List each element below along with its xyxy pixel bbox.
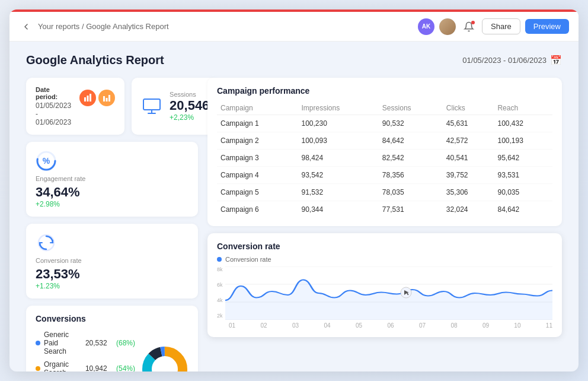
notification-button[interactable] <box>461 18 477 35</box>
table-cell: Campaign 4 <box>217 167 298 184</box>
sessions-change: +2,23% <box>170 113 209 122</box>
table-cell: Campaign 3 <box>217 150 298 167</box>
svg-point-16 <box>153 357 177 372</box>
chart-x-labels: 01 02 03 04 05 06 07 08 09 10 11 <box>217 322 552 329</box>
svg-rect-0 <box>84 97 86 101</box>
svg-text:%: % <box>43 156 50 166</box>
table-row: Campaign 2100,09384,64242,572100,193 <box>217 132 552 150</box>
conv-value: 10,942 <box>85 364 107 372</box>
breadcrumb: Your reports / Google Analytics Report <box>38 22 413 31</box>
table-cell: 82,542 <box>379 150 443 167</box>
conversions-title: Conversions <box>36 314 188 323</box>
conversions-card: Conversions Generic Paid Search 20,532 (… <box>26 306 198 372</box>
conv-pct: (54%) <box>116 364 135 372</box>
header: Your reports / Google Analytics Report A… <box>9 12 579 42</box>
table-cell: 40,541 <box>443 150 494 167</box>
conv-name: Generic Paid Search <box>44 331 82 355</box>
chart-legend: Conversion rate <box>217 256 552 263</box>
donut-chart <box>141 345 188 372</box>
report-header: Google Analytics Report 01/05/2023 - 01/… <box>26 53 562 67</box>
conversion-rate-card: Conversion rate 23,53% +1.23% <box>26 224 198 299</box>
bar-chart-icon-2 <box>98 90 115 106</box>
svg-rect-1 <box>87 96 89 101</box>
refresh-icon <box>36 232 57 253</box>
cursor-indicator <box>399 285 413 300</box>
conv-item: Generic Paid Search 20,532 (68%) <box>36 331 135 355</box>
date-icons <box>79 90 115 106</box>
engagement-change: +2.98% <box>36 200 188 208</box>
conv-dot <box>36 366 40 371</box>
table-cell: Campaign 2 <box>217 132 298 150</box>
date-value: 01/05/2023 - 01/06/2023 <box>36 101 71 126</box>
bar-chart-icon-1 <box>79 90 96 106</box>
table-cell: 100,432 <box>494 115 552 132</box>
back-button[interactable] <box>19 20 33 34</box>
conv-name: Organic Search <box>44 360 82 372</box>
y-label-4k: 4k <box>217 297 223 303</box>
svg-rect-2 <box>90 94 91 101</box>
avatar-ak: AK <box>418 18 434 35</box>
x-label-06: 06 <box>387 322 394 329</box>
table-cell: 93,542 <box>298 167 378 184</box>
date-label: Date period: <box>36 86 71 100</box>
table-cell: 90,532 <box>379 115 443 132</box>
table-cell: 100,193 <box>494 132 552 150</box>
preview-button[interactable]: Preview <box>525 19 569 34</box>
table-row: Campaign 690,34477,53132,02484,642 <box>217 201 552 218</box>
campaign-title: Campaign performance <box>217 86 552 96</box>
table-row: Campaign 398,42482,54240,54195,642 <box>217 150 552 167</box>
x-label-07: 07 <box>419 322 426 329</box>
table-cell: 95,642 <box>494 150 552 167</box>
y-label-8k: 8k <box>217 266 223 272</box>
date-card: Date period: 01/05/2023 - 01/06/2023 <box>26 78 124 135</box>
table-cell: 77,531 <box>379 201 443 218</box>
left-column: Date period: 01/05/2023 - 01/06/2023 <box>26 78 198 372</box>
conv-dot <box>36 341 40 345</box>
table-cell: 78,035 <box>379 184 443 201</box>
conversion-label: Conversion rate <box>36 257 188 264</box>
calendar-icon[interactable]: 📅 <box>550 55 562 66</box>
sessions-card: Sessions 20,546 +2,23% <box>132 78 219 135</box>
table-header-row: CampaignImpressionsSessionsClicksReach <box>217 101 552 115</box>
table-cell: 100,093 <box>298 132 378 150</box>
chart-title: Conversion rate <box>217 242 552 251</box>
main-content: Google Analytics Report 01/05/2023 - 01/… <box>9 42 579 372</box>
x-label-09: 09 <box>482 322 489 329</box>
table-cell: 32,024 <box>443 201 494 218</box>
share-button[interactable]: Share <box>482 18 520 34</box>
x-label-11: 11 <box>546 322 552 329</box>
table-cell: 45,631 <box>443 115 494 132</box>
legend-label: Conversion rate <box>225 256 271 263</box>
x-label-01: 01 <box>229 322 235 329</box>
table-column-header: Reach <box>494 101 552 115</box>
percent-icon: % <box>36 150 57 172</box>
right-column: Campaign performance CampaignImpressions… <box>207 78 562 372</box>
svg-rect-6 <box>143 99 160 110</box>
table-cell: Campaign 1 <box>217 115 298 132</box>
conversions-content: Generic Paid Search 20,532 (68%) Organic… <box>36 331 188 372</box>
svg-rect-5 <box>108 95 110 101</box>
conv-pct: (68%) <box>116 339 135 347</box>
table-column-header: Impressions <box>298 101 378 115</box>
campaign-card: Campaign performance CampaignImpressions… <box>207 78 562 226</box>
engagement-card: % Engagement rate 34,64% +2.98% <box>26 142 198 217</box>
table-cell: 35,306 <box>443 184 494 201</box>
y-label-2k: 2k <box>217 313 223 319</box>
x-label-02: 02 <box>260 322 267 329</box>
table-column-header: Clicks <box>443 101 494 115</box>
app-container: Your reports / Google Analytics Report A… <box>9 9 579 372</box>
table-row: Campaign 493,54278,35639,75293,531 <box>217 167 552 184</box>
sessions-value: 20,546 <box>170 98 209 113</box>
engagement-value: 34,64% <box>36 185 188 200</box>
x-label-04: 04 <box>324 322 330 329</box>
sessions-label: Sessions <box>170 91 209 98</box>
table-column-header: Campaign <box>217 101 298 115</box>
table-cell: 39,752 <box>443 167 494 184</box>
conversion-value: 23,53% <box>36 266 188 282</box>
x-label-05: 05 <box>356 322 362 329</box>
header-actions: AK Share Preview <box>418 18 569 35</box>
y-label-6k: 6k <box>217 282 223 288</box>
avatar-photo <box>439 18 456 35</box>
table-column-header: Sessions <box>379 101 443 115</box>
date-range: 01/05/2023 - 01/06/2023 📅 <box>462 55 562 66</box>
